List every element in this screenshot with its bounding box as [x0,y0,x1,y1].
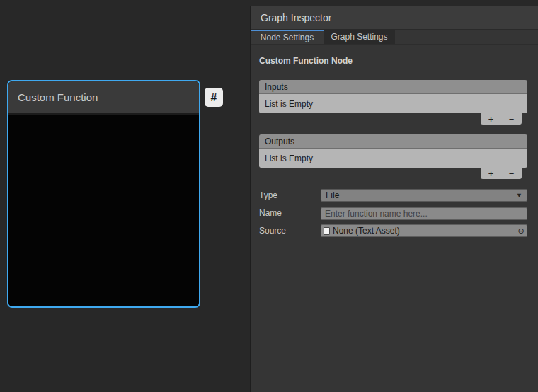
inputs-list-footer: + − [481,113,522,125]
outputs-list-footer: + − [481,168,522,179]
hash-badge-icon[interactable]: # [205,88,223,107]
custom-function-node[interactable]: Custom Function [7,80,200,308]
type-label: Type [259,190,321,200]
source-object-field[interactable]: None (Text Asset) ⊙ [321,224,527,237]
source-object-value: None (Text Asset) [333,226,400,236]
object-picker-icon[interactable]: ⊙ [515,225,527,236]
tab-graph-settings[interactable]: Graph Settings [324,30,395,44]
name-row: Name [259,207,527,219]
text-asset-icon [324,227,330,235]
outputs-empty-label: List is Empty [265,154,313,163]
outputs-add-button[interactable]: + [481,168,501,179]
tab-graph-settings-label: Graph Settings [331,32,387,42]
node-title: Custom Function [18,91,98,103]
name-input[interactable] [321,207,527,220]
inputs-list-header: Inputs [259,80,527,94]
node-body [8,115,199,340]
graph-canvas[interactable]: Custom Function # Graph Inspector Node S… [0,0,538,392]
inputs-list-header-label: Inputs [265,82,288,92]
inspector-title: Graph Inspector [261,12,331,23]
name-label: Name [259,208,321,218]
outputs-remove-button[interactable]: − [501,168,522,179]
inputs-remove-button[interactable]: − [501,113,522,125]
name-field-wrap [321,207,527,219]
inputs-list: Inputs List is Empty + − [259,80,527,125]
inspector-tab-bar: Node Settings Graph Settings [251,30,538,45]
tab-node-settings[interactable]: Node Settings [251,30,324,44]
tab-node-settings-label: Node Settings [261,33,314,42]
type-dropdown-value: File [326,190,339,200]
chevron-down-icon: ▼ [516,192,522,199]
type-row: Type File ▼ [259,189,527,202]
inputs-empty-label: List is Empty [265,99,313,109]
outputs-list: Outputs List is Empty + − [259,134,527,179]
type-dropdown[interactable]: File ▼ [321,189,527,202]
inspector-content: Custom Function Node Inputs List is Empt… [251,45,538,237]
inputs-list-empty-row: List is Empty [259,94,527,113]
source-label: Source [259,226,321,236]
outputs-list-header-label: Outputs [265,137,294,146]
section-title: Custom Function Node [259,56,527,66]
outputs-list-empty-row: List is Empty [259,149,527,168]
hash-badge-label: # [211,91,217,104]
inputs-add-button[interactable]: + [481,113,501,125]
graph-inspector-panel: Graph Inspector Node Settings Graph Sett… [250,6,538,392]
inspector-header[interactable]: Graph Inspector [251,6,538,30]
outputs-list-header: Outputs [259,134,527,149]
source-row: Source None (Text Asset) ⊙ [259,224,527,237]
node-title-bar[interactable]: Custom Function [8,81,199,115]
